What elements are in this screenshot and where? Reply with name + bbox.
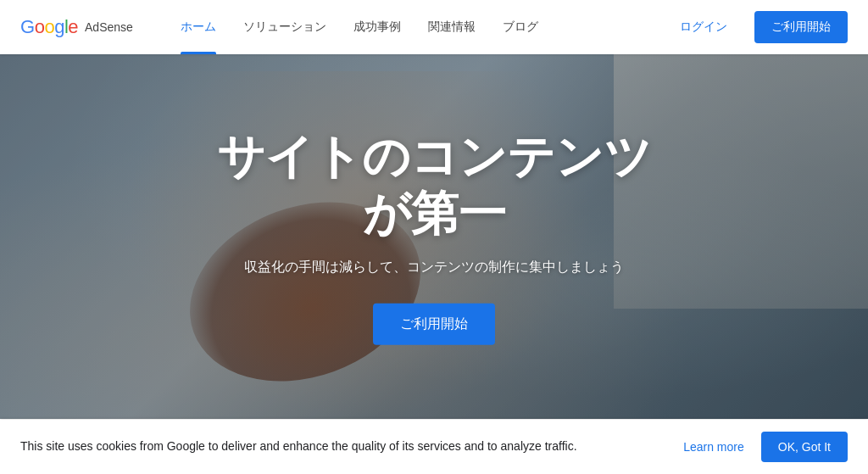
nav-item-solutions[interactable]: ソリューション bbox=[230, 0, 340, 54]
main-nav: ホーム ソリューション 成功事例 関連情報 ブログ bbox=[167, 0, 666, 54]
logo-e: e bbox=[68, 16, 78, 38]
logo-o1: o bbox=[35, 16, 45, 38]
nav-item-info[interactable]: 関連情報 bbox=[415, 0, 489, 54]
hero-title-line1: サイトのコンテンツ bbox=[217, 130, 652, 183]
nav-item-success[interactable]: 成功事例 bbox=[340, 0, 415, 54]
cookie-banner: This site uses cookies from Google to de… bbox=[0, 420, 868, 474]
cookie-actions: Learn more OK, Got It bbox=[673, 432, 848, 462]
logo-g: G bbox=[20, 16, 35, 38]
logo-g2: g bbox=[54, 16, 64, 38]
adsense-label: AdSense bbox=[85, 20, 133, 34]
header: Google AdSense ホーム ソリューション 成功事例 関連情報 ブログ… bbox=[0, 0, 868, 54]
cookie-text: This site uses cookies from Google to de… bbox=[20, 438, 659, 455]
header-actions: ログイン ご利用開始 bbox=[666, 11, 848, 43]
login-button[interactable]: ログイン bbox=[666, 13, 741, 42]
learn-more-button[interactable]: Learn more bbox=[673, 433, 754, 460]
logo-o2: o bbox=[44, 16, 54, 38]
logo-area: Google AdSense bbox=[20, 16, 133, 38]
hero-subtitle: 収益化の手間は減らして、コンテンツの制作に集中しましょう bbox=[180, 259, 688, 276]
ok-got-it-button[interactable]: OK, Got It bbox=[761, 432, 848, 462]
hero-title-line2: が第一 bbox=[363, 187, 506, 240]
start-button[interactable]: ご利用開始 bbox=[754, 11, 848, 43]
hero-section: サイトのコンテンツ が第一 収益化の手間は減らして、コンテンツの制作に集中しまし… bbox=[0, 54, 868, 419]
hero-cta-button[interactable]: ご利用開始 bbox=[373, 304, 495, 345]
hero-content: サイトのコンテンツ が第一 収益化の手間は減らして、コンテンツの制作に集中しまし… bbox=[180, 128, 688, 345]
nav-item-blog[interactable]: ブログ bbox=[489, 0, 552, 54]
google-logo: Google bbox=[20, 16, 78, 38]
nav-item-home[interactable]: ホーム bbox=[167, 0, 230, 54]
hero-title: サイトのコンテンツ が第一 bbox=[180, 128, 688, 242]
